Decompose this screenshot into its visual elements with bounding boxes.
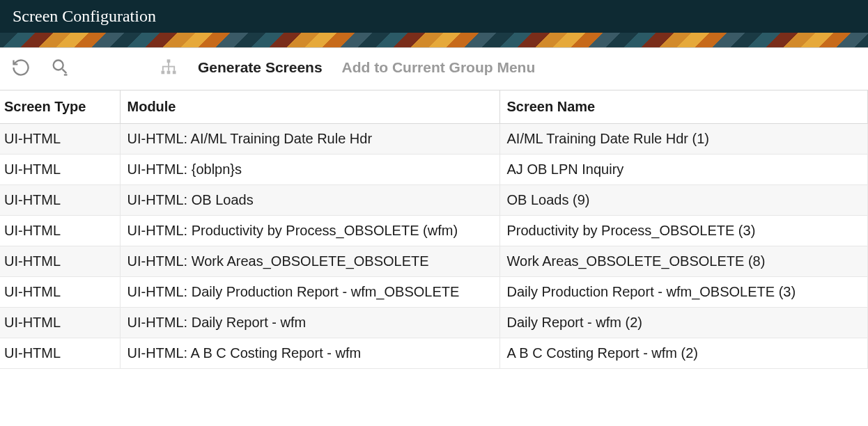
svg-point-0 — [54, 61, 63, 70]
cell-module: UI-HTML: OB Loads — [120, 185, 499, 216]
table-header-row: Screen Type Module Screen Name — [0, 90, 868, 124]
table-row[interactable]: UI-HTMLUI-HTML: Daily Report - wfmDaily … — [0, 308, 868, 338]
svg-rect-10 — [168, 67, 169, 71]
search-icon[interactable] — [50, 58, 70, 77]
table-row[interactable]: UI-HTMLUI-HTML: Daily Production Report … — [0, 277, 868, 308]
cell-screen-type: UI-HTML — [0, 216, 120, 246]
cell-screen-type: UI-HTML — [0, 124, 120, 155]
cell-module: UI-HTML: {oblpn}s — [120, 155, 499, 185]
col-screen-name[interactable]: Screen Name — [499, 90, 868, 124]
cell-module: UI-HTML: Productivity by Process_OBSOLET… — [120, 216, 499, 246]
cell-screen-type: UI-HTML — [0, 308, 120, 338]
svg-rect-3 — [167, 59, 171, 63]
cell-screen-name: AI/ML Training Date Rule Hdr (1) — [499, 124, 868, 155]
cell-screen-name: Productivity by Process_OBSOLETE (3) — [499, 216, 868, 246]
svg-rect-5 — [167, 71, 171, 74]
cell-screen-type: UI-HTML — [0, 277, 120, 308]
table-row[interactable]: UI-HTMLUI-HTML: OB LoadsOB Loads (9) — [0, 185, 868, 216]
table-row[interactable]: UI-HTMLUI-HTML: Productivity by Process_… — [0, 216, 868, 246]
cell-screen-name: AJ OB LPN Inquiry — [499, 155, 868, 185]
cell-screen-type: UI-HTML — [0, 155, 120, 185]
cell-module: UI-HTML: Daily Production Report - wfm_O… — [120, 277, 499, 308]
cell-screen-name: Daily Report - wfm (2) — [499, 308, 868, 338]
cell-module: UI-HTML: A B C Costing Report - wfm — [120, 338, 499, 369]
toolbar: Generate Screens Add to Current Group Me… — [0, 48, 868, 90]
svg-line-1 — [63, 69, 67, 73]
table-row[interactable]: UI-HTMLUI-HTML: {oblpn}sAJ OB LPN Inquir… — [0, 155, 868, 185]
cell-screen-type: UI-HTML — [0, 185, 120, 216]
screen-config-table: Screen Type Module Screen Name UI-HTMLUI… — [0, 90, 868, 369]
decorative-ribbon — [0, 33, 868, 48]
cell-screen-name: Daily Production Report - wfm_OBSOLETE (… — [499, 277, 868, 308]
col-module[interactable]: Module — [120, 90, 499, 124]
cell-module: UI-HTML: Work Areas_OBSOLETE_OBSOLETE — [120, 246, 499, 277]
cell-module: UI-HTML: Daily Report - wfm — [120, 308, 499, 338]
cell-module: UI-HTML: AI/ML Training Date Rule Hdr — [120, 124, 499, 155]
generate-screens-button[interactable]: Generate Screens — [198, 59, 323, 76]
table-row[interactable]: UI-HTMLUI-HTML: AI/ML Training Date Rule… — [0, 124, 868, 155]
refresh-icon[interactable] — [11, 58, 31, 77]
col-screen-type[interactable]: Screen Type — [0, 90, 120, 124]
page-title: Screen Configuration — [13, 7, 156, 25]
cell-screen-name: OB Loads (9) — [499, 185, 868, 216]
table-row[interactable]: UI-HTMLUI-HTML: A B C Costing Report - w… — [0, 338, 868, 369]
cell-screen-name: Work Areas_OBSOLETE_OBSOLETE (8) — [499, 246, 868, 277]
svg-rect-11 — [173, 67, 175, 71]
svg-rect-4 — [162, 71, 165, 74]
svg-rect-9 — [162, 67, 164, 71]
table-row[interactable]: UI-HTMLUI-HTML: Work Areas_OBSOLETE_OBSO… — [0, 246, 868, 277]
add-to-current-group-menu-button[interactable]: Add to Current Group Menu — [342, 59, 536, 76]
svg-rect-6 — [173, 71, 176, 74]
cell-screen-type: UI-HTML — [0, 246, 120, 277]
page-header: Screen Configuration — [0, 0, 868, 33]
hierarchy-icon[interactable] — [159, 58, 178, 77]
cell-screen-type: UI-HTML — [0, 338, 120, 369]
cell-screen-name: A B C Costing Report - wfm (2) — [499, 338, 868, 369]
